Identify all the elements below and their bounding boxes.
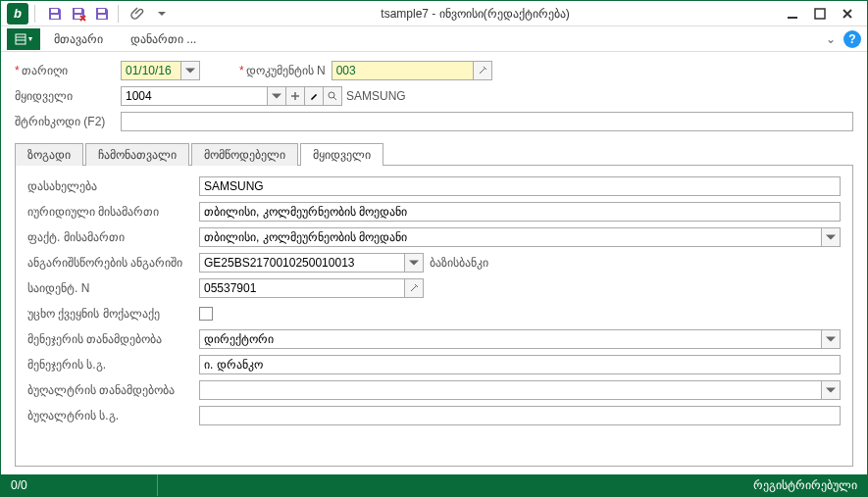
buyer-dropdown-icon[interactable] [267, 86, 286, 106]
svg-line-12 [333, 97, 336, 100]
svg-rect-7 [815, 9, 825, 19]
legal-label: იურიდიული მისამართი [27, 205, 199, 219]
bank-dropdown-icon[interactable] [404, 253, 424, 273]
bank-acct-input[interactable] [199, 253, 405, 273]
menubar-chevron-icon[interactable]: ⌄ [826, 32, 836, 46]
acc-title-dropdown-icon[interactable] [821, 380, 841, 400]
header-form: *თარიღი *დოკუმენტის N მყიდველი SAMSUNG შ… [1, 52, 867, 140]
buyer-add-icon[interactable] [285, 86, 305, 106]
maximize-icon[interactable] [806, 4, 834, 24]
buyer-name-text: SAMSUNG [346, 89, 406, 103]
acc-title-input[interactable] [199, 380, 822, 400]
tab-supplier[interactable]: მომწოდებელი [191, 143, 298, 166]
docnum-input[interactable] [332, 61, 474, 80]
mgr-title-label: მენეჯერის თანამდებობა [27, 332, 199, 346]
date-label: თარიღი [22, 64, 68, 77]
taxid-label: საიდენტ. N [27, 281, 199, 295]
close-icon[interactable] [834, 4, 861, 24]
actual-input[interactable] [199, 227, 822, 247]
svg-rect-2 [75, 9, 81, 13]
buyer-code-input[interactable] [121, 86, 268, 106]
acc-name-input[interactable] [199, 406, 841, 425]
buyer-panel: დასახელება იურიდიული მისამართი ფაქტ. მის… [15, 165, 853, 467]
svg-rect-6 [788, 17, 797, 19]
separator [34, 5, 35, 23]
titlebar: b tsample7 - ინვოისი(რედაქტირება) [1, 1, 867, 26]
attach-icon[interactable] [128, 4, 148, 24]
mgr-title-input[interactable] [199, 329, 822, 349]
docnum-wand-icon[interactable] [473, 61, 492, 80]
status-state: რეგისტრირებული [753, 478, 857, 492]
minimize-icon[interactable] [779, 4, 806, 24]
legal-input[interactable] [199, 202, 841, 222]
tab-buyer[interactable]: მყიდველი [300, 143, 383, 166]
save-close-icon[interactable] [69, 4, 88, 24]
svg-rect-0 [51, 9, 58, 13]
foreign-checkbox[interactable] [199, 307, 213, 321]
date-input[interactable] [121, 61, 181, 80]
window-title: tsample7 - ინვოისი(რედაქტირება) [172, 7, 779, 21]
buyer-edit-icon[interactable] [304, 86, 324, 106]
menu-attach[interactable]: დანართი ... [117, 26, 210, 52]
save-new-icon[interactable] [92, 4, 112, 24]
statusbar: 0/0 რეგისტრირებული [1, 474, 867, 496]
svg-rect-8 [16, 34, 26, 44]
foreign-label: უცხო ქვეყნის მოქალაქე [27, 307, 199, 321]
name-input[interactable] [199, 176, 841, 196]
buyer-label: მყიდველი [15, 89, 121, 103]
acc-name-label: ბუღალტრის ს.გ. [27, 409, 199, 422]
bank-name-text: ბაზისბანკი [430, 256, 488, 270]
svg-rect-1 [51, 15, 59, 19]
help-icon[interactable]: ? [843, 30, 861, 48]
buyer-search-icon[interactable] [323, 86, 342, 106]
menubar: ▾ მთავარი დანართი ... ⌄ ? [1, 26, 867, 52]
tabs: ზოგადი ჩამონათვალი მომწოდებელი მყიდველი [1, 142, 867, 165]
mgr-name-label: მენეჯერის ს.გ. [27, 358, 199, 372]
svg-rect-5 [98, 15, 106, 19]
status-counter: 0/0 [11, 474, 158, 496]
barcode-input[interactable] [121, 112, 853, 131]
date-dropdown-icon[interactable] [180, 61, 200, 80]
save-icon[interactable] [45, 4, 65, 24]
separator [118, 5, 119, 23]
menu-button[interactable]: ▾ [7, 28, 40, 50]
acc-title-label: ბუღალტრის თანამდებობა [27, 383, 199, 397]
bank-label: ანგარიშსწორების ანგარიში [27, 256, 199, 270]
menu-main[interactable]: მთავარი [40, 26, 117, 52]
mgr-title-dropdown-icon[interactable] [821, 329, 841, 349]
taxid-wand-icon[interactable] [404, 278, 424, 298]
mgr-name-input[interactable] [199, 355, 841, 374]
barcode-label: შტრიხკოდი (F2) [15, 115, 121, 128]
name-label: დასახელება [27, 179, 199, 193]
taxid-input[interactable] [199, 278, 405, 298]
tab-general[interactable]: ზოგადი [15, 143, 83, 166]
docnum-label: დოკუმენტის N [246, 64, 326, 77]
attach-dropdown-icon[interactable] [152, 4, 172, 24]
actual-label: ფაქტ. მისამართი [27, 230, 199, 244]
app-logo: b [7, 3, 28, 25]
svg-rect-4 [98, 9, 105, 13]
actual-dropdown-icon[interactable] [821, 227, 841, 247]
tab-list[interactable]: ჩამონათვალი [85, 143, 189, 166]
